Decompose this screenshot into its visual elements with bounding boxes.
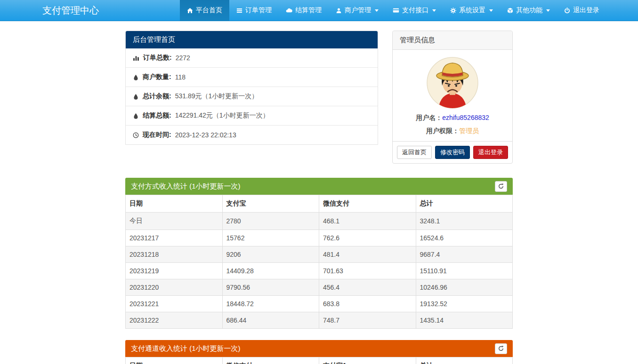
table-cell: 18448.72 bbox=[222, 296, 319, 312]
table-cell: 20231221 bbox=[126, 296, 223, 312]
income-by-channel-title: 支付通道收入统计 (1小时更新一次) bbox=[131, 344, 241, 353]
table-cell: 19132.52 bbox=[416, 296, 513, 312]
main-content: 后台管理首页 订单总数:2272商户数量:118总计余额:531.89元（1小时… bbox=[125, 31, 513, 364]
column-header: 总计 bbox=[416, 195, 513, 213]
app-title: 支付管理中心 bbox=[42, 0, 99, 21]
table-cell: 16524.6 bbox=[416, 230, 513, 246]
table-cell: 20231220 bbox=[126, 279, 223, 296]
caret-down-icon bbox=[489, 9, 493, 12]
table-row: 今日2780468.13248.1 bbox=[126, 213, 513, 230]
username-value: ezhifu85268832 bbox=[442, 114, 489, 121]
table-cell: 20231219 bbox=[126, 263, 223, 279]
list-icon bbox=[236, 8, 242, 14]
stat-row: 商户数量:118 bbox=[126, 67, 378, 87]
nav-item-label: 系统设置 bbox=[459, 6, 485, 15]
table-row: 20231222686.44748.71435.14 bbox=[126, 312, 513, 329]
bar-chart-icon bbox=[133, 55, 139, 61]
refresh-button[interactable] bbox=[495, 181, 507, 192]
nav-item-label: 商户管理 bbox=[345, 6, 371, 15]
table-cell: 9206 bbox=[222, 246, 319, 263]
admin-panel-footer: 返回首页修改密码退出登录 bbox=[393, 141, 512, 163]
nav-item-system-settings[interactable]: 系统设置 bbox=[443, 0, 500, 21]
nav-item-logout[interactable]: 退出登录 bbox=[557, 0, 606, 21]
table-cell: 3248.1 bbox=[416, 213, 513, 230]
table-row: 2023121914409.28701.6315110.91 bbox=[126, 263, 513, 279]
stat-row: 现在时间:2023-12-23 22:02:13 bbox=[126, 125, 378, 144]
table-cell: 686.44 bbox=[222, 312, 319, 329]
table-cell: 456.4 bbox=[319, 279, 416, 296]
stat-value: 118 bbox=[175, 73, 186, 81]
stat-label: 现在时间: bbox=[143, 131, 171, 139]
stat-label: 总计余额: bbox=[143, 92, 171, 101]
table-cell: 20231218 bbox=[126, 246, 223, 263]
stat-value: 142291.42元（1小时更新一次） bbox=[175, 111, 269, 120]
caret-down-icon bbox=[432, 9, 436, 12]
nav-item-label: 订单管理 bbox=[245, 6, 272, 15]
column-header: 支付宝 bbox=[222, 195, 319, 213]
username-label: 用户名： bbox=[416, 114, 442, 121]
income-by-method-section: 支付方式收入统计 (1小时更新一次) 日期支付宝微信支付总计 今日2780468… bbox=[125, 178, 513, 329]
income-by-method-header: 支付方式收入统计 (1小时更新一次) bbox=[125, 178, 513, 195]
table-cell: 1435.14 bbox=[416, 312, 513, 329]
table-cell: 15762 bbox=[222, 230, 319, 246]
clock-icon bbox=[133, 132, 139, 138]
income-by-method-table: 日期支付宝微信支付总计 今日2780468.13248.120231217157… bbox=[125, 195, 513, 329]
top-navbar: 支付管理中心 平台首页订单管理结算管理商户管理支付接口系统设置其他功能退出登录 bbox=[0, 0, 638, 21]
stat-value: 2023-12-23 22:02:13 bbox=[175, 131, 236, 139]
table-cell: 9687.4 bbox=[416, 246, 513, 263]
income-by-channel-header: 支付通道收入统计 (1小时更新一次) bbox=[125, 340, 513, 357]
column-header: 日期 bbox=[126, 357, 223, 364]
table-row: 2023121715762762.616524.6 bbox=[126, 230, 513, 246]
droplet-icon bbox=[133, 74, 139, 80]
table-cell: 10246.96 bbox=[416, 279, 513, 296]
nav-item-label: 支付接口 bbox=[402, 6, 428, 15]
nav-menu: 平台首页订单管理结算管理商户管理支付接口系统设置其他功能退出登录 bbox=[180, 0, 606, 21]
nav-item-label: 结算管理 bbox=[295, 6, 322, 15]
table-row: 202312189206481.49687.4 bbox=[126, 246, 513, 263]
column-header: 微信支付 bbox=[222, 357, 319, 364]
table-cell: 481.4 bbox=[319, 246, 416, 263]
avatar bbox=[397, 56, 508, 109]
role-label: 用户权限： bbox=[426, 127, 459, 135]
nav-item-merchant[interactable]: 商户管理 bbox=[329, 0, 386, 21]
admin-info-panel: 管理员信息 bbox=[392, 31, 513, 164]
straw-hat-avatar-image bbox=[426, 56, 479, 109]
home-icon bbox=[187, 8, 193, 14]
stat-value: 531.89元（1小时更新一次） bbox=[175, 92, 258, 101]
table-row: 2023122118448.72683.819132.52 bbox=[126, 296, 513, 312]
username-row: 用户名：ezhifu85268832 bbox=[397, 114, 508, 122]
column-header: 支付宝1 bbox=[319, 357, 416, 364]
role-value: 管理员 bbox=[459, 127, 479, 135]
change-password-button[interactable]: 修改密码 bbox=[435, 146, 470, 159]
droplet-icon bbox=[133, 113, 139, 119]
stat-label: 订单总数: bbox=[143, 54, 172, 62]
nav-item-payment-api[interactable]: 支付接口 bbox=[386, 0, 443, 21]
nav-item-orders[interactable]: 订单管理 bbox=[229, 0, 279, 21]
nav-item-label: 其他功能 bbox=[516, 6, 542, 15]
table-cell: 今日 bbox=[126, 213, 223, 230]
admin-panel-title: 管理员信息 bbox=[393, 31, 512, 50]
table-cell: 2780 bbox=[222, 213, 319, 230]
cloud-icon bbox=[286, 7, 292, 14]
refresh-button[interactable] bbox=[495, 343, 507, 354]
table-cell: 762.6 bbox=[319, 230, 416, 246]
dashboard-stats-panel: 后台管理首页 订单总数:2272商户数量:118总计余额:531.89元（1小时… bbox=[125, 31, 378, 145]
table-cell: 15110.91 bbox=[416, 263, 513, 279]
nav-item-other-functions[interactable]: 其他功能 bbox=[500, 0, 557, 21]
credit-card-icon bbox=[393, 7, 399, 14]
nav-item-settlement[interactable]: 结算管理 bbox=[279, 0, 329, 21]
stat-row: 订单总数:2272 bbox=[126, 48, 378, 67]
return-home-button[interactable]: 返回首页 bbox=[397, 146, 432, 159]
nav-item-home[interactable]: 平台首页 bbox=[180, 0, 229, 21]
column-header: 日期 bbox=[126, 195, 223, 213]
logout-button[interactable]: 退出登录 bbox=[473, 146, 508, 159]
nav-item-label: 退出登录 bbox=[573, 6, 599, 15]
nav-item-label: 平台首页 bbox=[196, 6, 222, 15]
role-row: 用户权限：管理员 bbox=[397, 127, 508, 135]
stat-row: 总计余额:531.89元（1小时更新一次） bbox=[126, 87, 378, 106]
table-row: 202312209790.56456.410246.96 bbox=[126, 279, 513, 296]
droplet-icon bbox=[133, 94, 139, 100]
income-by-method-title: 支付方式收入统计 (1小时更新一次) bbox=[131, 182, 241, 191]
column-header: 微信支付 bbox=[319, 195, 416, 213]
income-by-channel-table: 日期微信支付支付宝1总计 bbox=[125, 357, 513, 364]
